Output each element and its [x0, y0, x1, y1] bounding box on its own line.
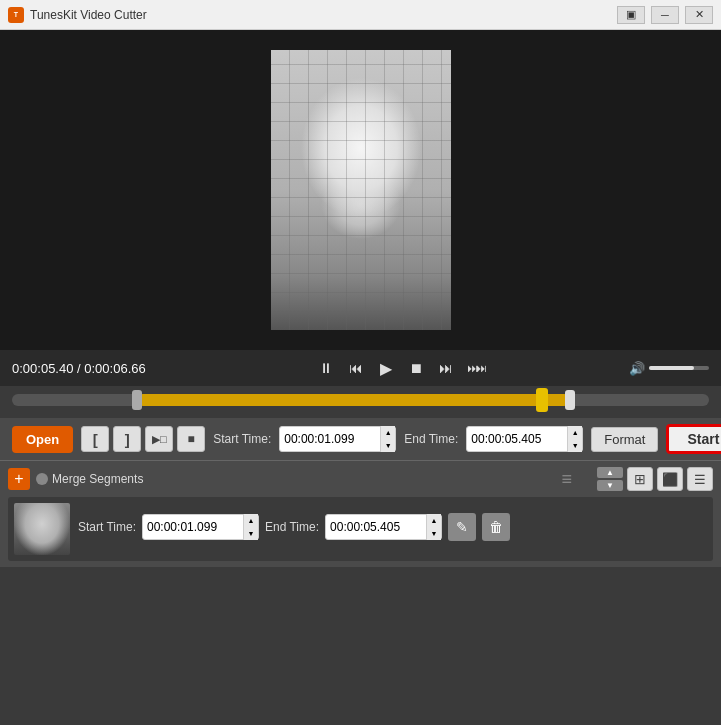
move-down-button[interactable]: ▼ — [597, 480, 623, 491]
minimize-button[interactable]: ─ — [651, 6, 679, 24]
segment-end-input[interactable] — [326, 518, 426, 536]
stop-button[interactable]: ⏹ — [404, 356, 428, 380]
time-display: 0:00:05.40 / 0:00:06.66 — [12, 361, 172, 376]
end-time-label: End Time: — [404, 432, 458, 446]
end-time-input[interactable] — [467, 430, 567, 448]
play-button[interactable]: ▶ — [374, 356, 398, 380]
up-down-group: ▲ ▼ — [597, 467, 623, 491]
list-view-button[interactable]: ☰ — [687, 467, 713, 491]
cut-controls: [ ] ▶□ ■ — [81, 426, 205, 452]
volume-fill — [649, 366, 694, 370]
segment-row-content: Start Time: ▲ ▼ End Time: ▲ ▼ — [78, 513, 707, 545]
segment-row: Start Time: ▲ ▼ End Time: ▲ ▼ — [8, 497, 713, 561]
segment-start-spinner: ▲ ▼ — [243, 514, 258, 540]
step-back-button[interactable]: ⏮ — [344, 356, 368, 380]
restore-button[interactable]: ▣ — [617, 6, 645, 24]
segment-action-buttons: ✎ 🗑 — [448, 513, 510, 541]
segment-start-label: Start Time: — [78, 520, 136, 534]
bottom-filler — [0, 567, 721, 725]
pause-button[interactable]: ⏸ — [314, 356, 338, 380]
step-forward-button[interactable]: ⏭ — [434, 356, 458, 380]
volume-area: 🔊 — [629, 361, 709, 376]
format-button[interactable]: Format — [591, 427, 658, 452]
segment-delete-button[interactable]: 🗑 — [482, 513, 510, 541]
playback-controls: ⏸ ⏮ ▶ ⏹ ⏭ ⏭⏭ — [180, 356, 621, 380]
video-player — [0, 30, 721, 350]
segment-end-label: End Time: — [265, 520, 319, 534]
start-time-down[interactable]: ▼ — [381, 439, 395, 452]
segments-area: + Merge Segments ≡ ▲ ▼ ⊞ ⬛ ☰ Start Time: — [0, 460, 721, 567]
title-text: TunesKit Video Cutter — [30, 8, 617, 22]
end-time-spinner: ▲ ▼ — [567, 426, 582, 452]
playback-bar: 0:00:05.40 / 0:00:06.66 ⏸ ⏮ ▶ ⏹ ⏭ ⏭⏭ 🔊 — [0, 350, 721, 386]
start-time-input[interactable] — [280, 430, 380, 448]
segment-start-input-group: ▲ ▼ — [142, 514, 259, 540]
volume-icon: 🔊 — [629, 361, 645, 376]
segment-end-up[interactable]: ▲ — [427, 514, 441, 527]
timeline-cursor[interactable] — [536, 388, 548, 412]
close-button[interactable]: ✕ — [685, 6, 713, 24]
segment-end-down[interactable]: ▼ — [427, 527, 441, 540]
merge-label: Merge Segments — [52, 472, 143, 486]
app-icon-text: T — [14, 11, 18, 18]
volume-slider[interactable] — [649, 366, 709, 370]
segment-end-spinner: ▲ ▼ — [426, 514, 441, 540]
mark-out-button[interactable]: ] — [113, 426, 141, 452]
editing-controls: Open [ ] ▶□ ■ Start Time: ▲ ▼ End Time: … — [0, 418, 721, 460]
batch-edit-button[interactable]: ⊞ — [627, 467, 653, 491]
start-time-spinner: ▲ ▼ — [380, 426, 395, 452]
merge-dot — [36, 473, 48, 485]
drag-handle: ≡ — [561, 469, 571, 490]
timeline-handle-right[interactable] — [565, 390, 575, 410]
merge-indicator: Merge Segments — [36, 472, 535, 486]
end-time-down[interactable]: ▼ — [568, 439, 582, 452]
start-time-up[interactable]: ▲ — [381, 426, 395, 439]
title-bar: T TunesKit Video Cutter ▣ ─ ✕ — [0, 0, 721, 30]
segments-right-buttons: ▲ ▼ ⊞ ⬛ ☰ — [597, 467, 713, 491]
app-icon: T — [8, 7, 24, 23]
timeline-area — [0, 386, 721, 418]
segment-start-down[interactable]: ▼ — [244, 527, 258, 540]
segment-start-input[interactable] — [143, 518, 243, 536]
start-end-controls: Start Time: ▲ ▼ End Time: ▲ ▼ — [213, 426, 583, 452]
open-button[interactable]: Open — [12, 426, 73, 453]
segment-thumbnail — [14, 503, 70, 555]
add-segment-button[interactable]: + — [8, 468, 30, 490]
stop-clip-button[interactable]: ■ — [177, 426, 205, 452]
move-up-button[interactable]: ▲ — [597, 467, 623, 478]
segments-header: + Merge Segments ≡ ▲ ▼ ⊞ ⬛ ☰ — [8, 467, 713, 491]
window-controls: ▣ ─ ✕ — [617, 6, 713, 24]
segment-thumb-inner — [14, 503, 70, 555]
segment-times-row: Start Time: ▲ ▼ End Time: ▲ ▼ — [78, 513, 707, 541]
timeline-progress — [137, 394, 569, 406]
segment-start-up[interactable]: ▲ — [244, 514, 258, 527]
start-button[interactable]: Start — [666, 424, 721, 454]
start-time-input-group: ▲ ▼ — [279, 426, 396, 452]
mark-in-button[interactable]: [ — [81, 426, 109, 452]
output-button[interactable]: ⬛ — [657, 467, 683, 491]
segment-edit-button[interactable]: ✎ — [448, 513, 476, 541]
fast-forward-button[interactable]: ⏭⏭ — [464, 356, 488, 380]
video-frame — [271, 50, 451, 330]
segment-end-input-group: ▲ ▼ — [325, 514, 442, 540]
timeline-track[interactable] — [12, 394, 709, 406]
add-clip-button[interactable]: ▶□ — [145, 426, 173, 452]
start-time-label: Start Time: — [213, 432, 271, 446]
end-time-input-group: ▲ ▼ — [466, 426, 583, 452]
end-time-up[interactable]: ▲ — [568, 426, 582, 439]
timeline-handle-left[interactable] — [132, 390, 142, 410]
video-thumbnail — [271, 50, 451, 330]
